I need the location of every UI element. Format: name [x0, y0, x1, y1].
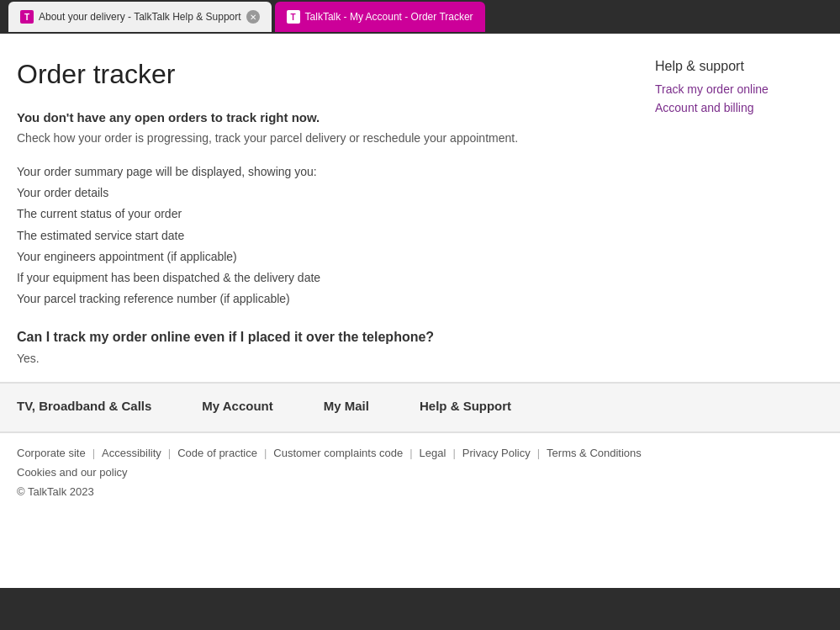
footer-nav-heading[interactable]: My Mail	[324, 399, 369, 413]
page-title: Order tracker	[17, 59, 638, 90]
summary-item: The estimated service start date	[17, 225, 638, 246]
close-tab-1-button[interactable]: ✕	[246, 10, 260, 24]
footer-extra-links: Cookies and our policy	[17, 466, 823, 479]
footer-nav-column: TV, Broadband & Calls	[17, 399, 151, 416]
tab-1-icon: T	[20, 10, 34, 24]
footer-link[interactable]: Customer complaints code	[273, 447, 403, 459]
sidebar-link[interactable]: Track my order online	[655, 82, 823, 96]
summary-item: Your engineers appointment (if applicabl…	[17, 246, 638, 267]
page-content: Order tracker You don't have any open or…	[0, 34, 840, 382]
cookies-link[interactable]: Cookies and our policy	[17, 466, 128, 479]
main-content: Order tracker You don't have any open or…	[17, 59, 638, 365]
footer-nav-heading[interactable]: My Account	[202, 399, 272, 413]
tab-1-label: About your delivery - TalkTalk Help & Su…	[39, 11, 241, 23]
faq-answer: Yes.	[17, 352, 638, 365]
footer-bottom: Corporate site|Accessibility|Code of pra…	[0, 432, 840, 511]
no-orders-message: You don't have any open orders to track …	[17, 110, 638, 124]
footer-link[interactable]: Code of practice	[177, 447, 257, 459]
sidebar-title: Help & support	[655, 59, 823, 74]
footer-link[interactable]: Privacy Policy	[462, 447, 531, 459]
sidebar-links: Track my order onlineAccount and billing	[655, 82, 823, 114]
footer-link[interactable]: Terms & Conditions	[547, 447, 642, 459]
summary-items: Your order detailsThe current status of …	[17, 183, 638, 310]
bottom-bar	[0, 588, 840, 630]
footer-separator: |	[452, 447, 455, 459]
footer-nav-heading[interactable]: Help & Support	[420, 399, 511, 413]
summary-item: Your order details	[17, 183, 638, 204]
summary-item: The current status of your order	[17, 204, 638, 225]
footer-link[interactable]: Accessibility	[102, 447, 161, 459]
footer-link[interactable]: Corporate site	[17, 447, 86, 459]
footer-nav-heading[interactable]: TV, Broadband & Calls	[17, 399, 151, 413]
footer-nav-column: Help & Support	[420, 399, 511, 416]
footer-nav: TV, Broadband & CallsMy AccountMy MailHe…	[0, 383, 840, 431]
tab-2[interactable]: T TalkTalk - My Account - Order Tracker	[275, 2, 485, 32]
sidebar: Help & support Track my order onlineAcco…	[655, 59, 823, 365]
footer-separator: |	[92, 447, 95, 459]
faq-question: Can I track my order online even if I pl…	[17, 330, 638, 345]
tab-2-label: TalkTalk - My Account - Order Tracker	[305, 11, 473, 23]
copyright: © TalkTalk 2023	[17, 485, 823, 498]
sidebar-link[interactable]: Account and billing	[655, 101, 823, 114]
browser-chrome: T About your delivery - TalkTalk Help & …	[0, 0, 840, 34]
summary-item: If your equipment has been dispatched & …	[17, 267, 638, 289]
footer-separator: |	[537, 447, 540, 459]
footer-separator: |	[264, 447, 267, 459]
order-summary-section: Your order summary page will be displaye…	[17, 161, 638, 310]
footer-nav-column: My Account	[202, 399, 272, 416]
check-text: Check how your order is progressing, tra…	[17, 131, 638, 145]
footer-nav-column: My Mail	[324, 399, 369, 416]
summary-intro: Your order summary page will be displaye…	[17, 161, 638, 183]
footer-link[interactable]: Legal	[420, 447, 446, 459]
summary-item: Your parcel tracking reference number (i…	[17, 289, 638, 310]
footer-separator: |	[409, 447, 412, 459]
tab-2-icon: T	[287, 10, 300, 24]
footer-links: Corporate site|Accessibility|Code of pra…	[17, 447, 823, 459]
footer-separator: |	[168, 447, 171, 459]
tab-1[interactable]: T About your delivery - TalkTalk Help & …	[8, 2, 272, 32]
